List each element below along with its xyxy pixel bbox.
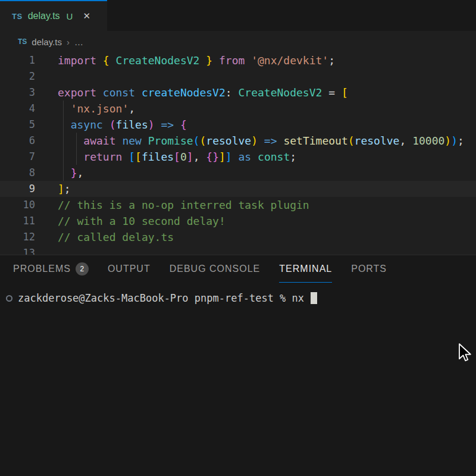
line-number[interactable]: 5 [0,117,58,133]
indent-guide [63,133,64,149]
panel-tab-output[interactable]: OUTPUT [108,255,151,283]
line-number[interactable]: 13 [0,245,58,255]
code-line-text[interactable] [58,245,476,255]
indent-guide [63,101,64,117]
code-line-text[interactable]: }, [58,165,476,181]
problems-count-badge: 2 [76,262,89,275]
code-line[interactable]: 8 }, [0,165,476,181]
panel-tab-label: PORTS [351,255,387,283]
code-line[interactable]: 4 'nx.json', [0,101,476,117]
panel-tab-debug-console[interactable]: DEBUG CONSOLE [170,255,261,283]
code-line-text[interactable]: ]; [58,181,476,197]
editor-tab-strip: TS delay.ts U ✕ [0,0,476,31]
code-line-text[interactable]: async (files) => { [58,117,476,133]
close-icon[interactable]: ✕ [83,11,90,21]
panel-tab-label: DEBUG CONSOLE [170,255,261,283]
typescript-file-icon: TS [12,12,23,21]
breadcrumb[interactable]: TS delay.ts › … [0,31,476,52]
code-line-text[interactable]: await new Promise((resolve) => setTimeou… [58,133,476,149]
terminal-view[interactable]: zackderose@Zacks-MacBook-Pro pnpm-ref-te… [0,283,476,304]
indent-guide [63,165,64,181]
tab-title: delay.ts [28,11,60,21]
indent-guide [63,149,64,165]
code-line[interactable]: 11// with a 10 second delay! [0,213,476,229]
indent-guide [76,133,77,149]
breadcrumb-file[interactable]: delay.ts [32,37,62,47]
line-number[interactable]: 4 [0,101,58,117]
line-number[interactable]: 1 [0,52,58,68]
editor-code-area[interactable]: 1import { CreateNodesV2 } from '@nx/devk… [0,52,476,255]
panel-tab-label: TERMINAL [279,255,332,283]
line-number[interactable]: 9 [0,181,58,197]
terminal-prompt-row[interactable]: zackderose@Zacks-MacBook-Pro pnpm-ref-te… [6,292,476,304]
code-line-text[interactable]: // this is a no-op interred task plugin [58,197,476,213]
line-number[interactable]: 7 [0,149,58,165]
line-number[interactable]: 11 [0,213,58,229]
code-line[interactable]: 13 [0,245,476,255]
terminal-prompt-text: zackderose@Zacks-MacBook-Pro pnpm-ref-te… [18,292,310,304]
code-line-text[interactable]: // with a 10 second delay! [58,213,476,229]
line-number[interactable]: 2 [0,68,58,84]
code-line-text[interactable]: 'nx.json', [58,101,476,117]
panel-tab-label: OUTPUT [108,255,151,283]
code-line-text[interactable]: export const createNodesV2: CreateNodesV… [58,84,476,101]
code-line[interactable]: 6 await new Promise((resolve) => setTime… [0,133,476,149]
breadcrumb-symbol-ellipsis[interactable]: … [74,37,84,47]
code-line-text[interactable]: // called delay.ts [58,229,476,245]
command-decoration-circle-icon[interactable] [6,295,12,302]
panel-tab-ports[interactable]: PORTS [351,255,387,283]
git-untracked-badge: U [67,11,73,21]
code-line[interactable]: 3export const createNodesV2: CreateNodes… [0,84,476,101]
line-number[interactable]: 6 [0,133,58,149]
code-line-text[interactable]: return [[files[0], {}]] as const; [58,149,476,165]
code-line[interactable]: 9]; [0,181,476,197]
panel-tab-problems[interactable]: PROBLEMS2 [13,255,89,283]
code-line-text[interactable]: import { CreateNodesV2 } from '@nx/devki… [58,52,476,68]
bottom-panel: PROBLEMS2OUTPUTDEBUG CONSOLETERMINALPORT… [0,255,476,475]
terminal-cursor [311,292,317,304]
panel-tab-label: PROBLEMS [13,255,71,283]
indent-guide [63,117,64,133]
line-number[interactable]: 3 [0,84,58,101]
panel-tab-terminal[interactable]: TERMINAL [279,255,332,283]
chevron-right-icon: › [67,37,70,47]
indent-guide [76,149,77,165]
line-number[interactable]: 12 [0,229,58,245]
editor-lines: 1import { CreateNodesV2 } from '@nx/devk… [0,52,476,255]
editor-tab-delay-ts[interactable]: TS delay.ts U ✕ [0,0,107,31]
typescript-file-icon: TS [18,37,27,46]
line-number[interactable]: 8 [0,165,58,181]
code-line[interactable]: 1import { CreateNodesV2 } from '@nx/devk… [0,52,476,68]
code-line[interactable]: 12// called delay.ts [0,229,476,245]
code-line[interactable]: 2 [0,68,476,84]
panel-tab-bar: PROBLEMS2OUTPUTDEBUG CONSOLETERMINALPORT… [0,255,476,283]
code-line[interactable]: 10// this is a no-op interred task plugi… [0,197,476,213]
code-line-text[interactable] [58,68,476,84]
line-number[interactable]: 10 [0,197,58,213]
code-line[interactable]: 7 return [[files[0], {}]] as const; [0,149,476,165]
code-line[interactable]: 5 async (files) => { [0,117,476,133]
